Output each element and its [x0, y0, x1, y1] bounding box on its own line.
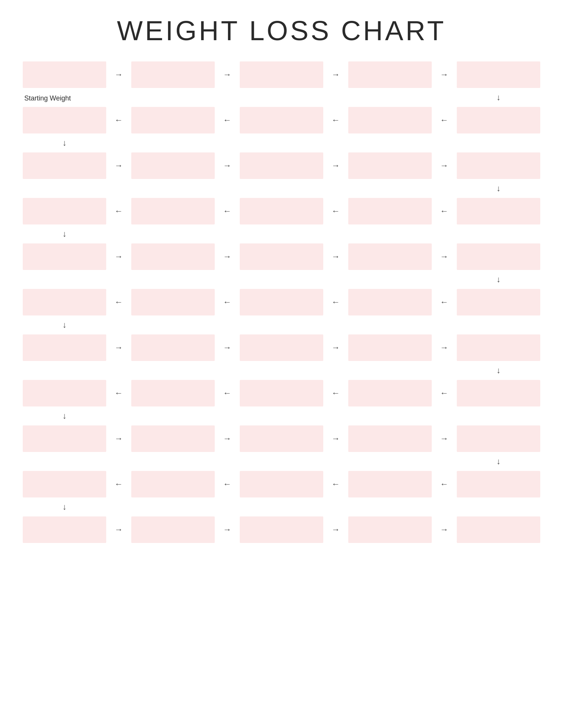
arrow-down-right-3: ↓ [457, 184, 540, 193]
box-row-1: → → → → [23, 61, 540, 88]
weight-box[interactable] [131, 380, 215, 406]
weight-box[interactable] [131, 516, 215, 543]
weight-box[interactable] [348, 152, 432, 179]
weight-box[interactable] [348, 425, 432, 452]
weight-box[interactable] [23, 152, 106, 179]
arrow-left: ← [323, 297, 348, 307]
weight-box[interactable] [240, 243, 323, 270]
arrow-right: → [323, 70, 348, 80]
weight-box[interactable] [23, 380, 106, 406]
arrow-left: ← [215, 479, 240, 489]
arrow-right: → [323, 434, 348, 444]
box-row-2: ← ← ← ← [23, 107, 540, 133]
weight-box[interactable] [240, 516, 323, 543]
weight-box[interactable] [23, 334, 106, 361]
weight-box[interactable] [131, 198, 215, 224]
weight-box[interactable] [131, 243, 215, 270]
weight-box[interactable] [23, 516, 106, 543]
arrow-left: ← [432, 388, 457, 398]
arrow-left: ← [323, 388, 348, 398]
arrow-left: ← [432, 115, 457, 125]
weight-box[interactable] [131, 289, 215, 315]
weight-box[interactable] [240, 61, 323, 88]
weight-box[interactable] [240, 107, 323, 133]
arrow-down-left-6: ↓ [23, 321, 106, 329]
vert-row-2: ↓ [23, 133, 540, 152]
weight-box[interactable] [457, 334, 540, 361]
arrow-right: → [215, 525, 240, 535]
weight-box[interactable] [348, 198, 432, 224]
weight-box[interactable] [240, 289, 323, 315]
weight-box[interactable] [457, 243, 540, 270]
arrow-down-right-9: ↓ [457, 457, 540, 466]
weight-box[interactable] [131, 425, 215, 452]
arrow-right: → [106, 434, 131, 444]
vert-row-5: ↓ [23, 270, 540, 289]
arrow-left: ← [323, 479, 348, 489]
weight-box[interactable] [23, 198, 106, 224]
weight-box[interactable] [457, 516, 540, 543]
weight-box[interactable] [457, 198, 540, 224]
weight-box[interactable] [348, 61, 432, 88]
weight-box[interactable] [23, 471, 106, 497]
weight-box[interactable] [457, 425, 540, 452]
arrow-left: ← [432, 206, 457, 216]
weight-box[interactable] [131, 152, 215, 179]
arrow-right: → [106, 525, 131, 535]
vert-row-10: ↓ [23, 497, 540, 516]
vert-row-7: ↓ [23, 361, 540, 380]
weight-box[interactable] [348, 471, 432, 497]
weight-box[interactable] [131, 61, 215, 88]
vert-row-8: ↓ [23, 406, 540, 425]
weight-box[interactable] [23, 243, 106, 270]
weight-box[interactable] [131, 107, 215, 133]
arrow-down-left-8: ↓ [23, 412, 106, 420]
vert-row-3: ↓ [23, 179, 540, 198]
weight-box[interactable] [348, 107, 432, 133]
weight-box[interactable] [457, 380, 540, 406]
weight-box[interactable] [240, 471, 323, 497]
weight-box[interactable] [23, 289, 106, 315]
weight-box[interactable] [23, 107, 106, 133]
weight-box[interactable] [348, 334, 432, 361]
arrow-left: ← [432, 479, 457, 489]
weight-box[interactable] [131, 334, 215, 361]
box-row-9: → → → → [23, 425, 540, 452]
box-row-4: ← ← ← ← [23, 198, 540, 224]
weight-box[interactable] [457, 107, 540, 133]
weight-box[interactable] [23, 61, 106, 88]
arrow-right: → [215, 70, 240, 80]
weight-box[interactable] [240, 198, 323, 224]
box-row-10: ← ← ← ← [23, 471, 540, 497]
arrow-left: ← [215, 388, 240, 398]
weight-box[interactable] [348, 243, 432, 270]
arrow-right: → [106, 343, 131, 353]
weight-box[interactable] [457, 289, 540, 315]
weight-box[interactable] [457, 61, 540, 88]
arrow-right: → [106, 252, 131, 262]
weight-box[interactable] [457, 152, 540, 179]
arrow-right: → [432, 70, 457, 80]
arrow-right: → [215, 434, 240, 444]
chart-container: → → → → Starting Weight ↓ ← ← ← ← ↓ → → [23, 61, 540, 543]
weight-box[interactable] [348, 380, 432, 406]
weight-box[interactable] [240, 380, 323, 406]
weight-box[interactable] [131, 471, 215, 497]
weight-box[interactable] [348, 516, 432, 543]
vert-row-1: Starting Weight ↓ [23, 88, 540, 107]
arrow-down-left-4: ↓ [23, 230, 106, 238]
arrow-left: ← [323, 115, 348, 125]
arrow-right: → [432, 434, 457, 444]
arrow-down-right-7: ↓ [457, 366, 540, 375]
weight-box[interactable] [240, 152, 323, 179]
vert-row-9: ↓ [23, 452, 540, 471]
arrow-right: → [432, 525, 457, 535]
weight-box[interactable] [348, 289, 432, 315]
weight-box[interactable] [23, 425, 106, 452]
box-row-5: → → → → [23, 243, 540, 270]
weight-box[interactable] [240, 425, 323, 452]
weight-box[interactable] [240, 334, 323, 361]
weight-box[interactable] [457, 471, 540, 497]
arrow-left: ← [215, 297, 240, 307]
arrow-right: → [432, 161, 457, 171]
